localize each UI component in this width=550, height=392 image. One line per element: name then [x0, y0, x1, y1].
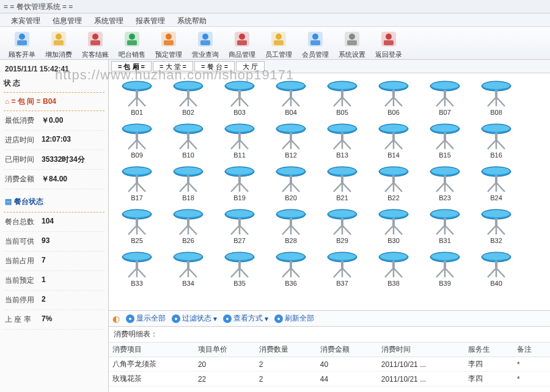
table-icon — [120, 250, 154, 278]
table-item[interactable]: B30 — [368, 205, 419, 248]
table-label: B36 — [265, 280, 317, 287]
table-item[interactable]: B15 — [419, 120, 471, 162]
svg-point-1 — [19, 34, 25, 40]
detail-cell: 22 — [194, 372, 255, 387]
toolbar-member[interactable]: 会员管理 — [297, 28, 334, 58]
table-item[interactable]: B39 — [419, 248, 471, 291]
svg-point-67 — [277, 125, 304, 132]
table-item[interactable]: B21 — [317, 162, 368, 205]
table-item[interactable]: B01 — [111, 77, 163, 120]
svg-point-103 — [483, 167, 510, 175]
table-item[interactable]: B09 — [111, 120, 163, 162]
expand-icon[interactable]: ◐ — [112, 314, 120, 324]
table-label: B40 — [471, 280, 522, 287]
svg-point-97 — [380, 167, 407, 175]
table-item[interactable]: B27 — [214, 205, 265, 248]
table-item[interactable]: B32 — [471, 205, 522, 248]
table-item[interactable]: B26 — [163, 205, 214, 248]
table-item[interactable]: B38 — [368, 248, 419, 291]
goods-icon — [232, 29, 252, 49]
menu-item[interactable]: 来宾管理 — [5, 15, 46, 27]
table-item[interactable]: B13 — [317, 120, 368, 162]
table-icon — [274, 165, 308, 193]
menu-item[interactable]: 系统管理 — [88, 15, 130, 27]
svg-point-52 — [431, 82, 458, 89]
table-item[interactable]: B03 — [214, 77, 265, 120]
table-label: B37 — [317, 280, 368, 287]
table-item[interactable]: B33 — [111, 248, 163, 291]
filter-filter[interactable]: ●过滤状态 ▾ — [172, 313, 217, 324]
menu-item[interactable]: 系统帮助 — [171, 15, 213, 27]
table-item[interactable]: B06 — [368, 77, 419, 120]
table-item[interactable]: B02 — [163, 77, 214, 120]
filter-refresh[interactable]: ●刷新全部 — [274, 313, 314, 324]
table-icon — [325, 208, 359, 236]
table-item[interactable]: B14 — [368, 120, 419, 162]
toolbar-settings[interactable]: 系统设置 — [334, 28, 370, 58]
menu-item[interactable]: 信息管理 — [46, 15, 88, 27]
table-icon — [428, 250, 462, 278]
svg-rect-47 — [341, 90, 343, 97]
filter-search[interactable]: ●查看方式 ▾ — [223, 313, 268, 324]
table-item[interactable]: B25 — [111, 205, 163, 248]
detail-row[interactable]: 八角亭龙须茶202402011/10/21 ...李四* — [109, 357, 550, 372]
table-icon — [376, 250, 411, 278]
table-item[interactable]: B05 — [317, 77, 368, 120]
toolbar-exit[interactable]: 返回登录 — [370, 28, 407, 58]
toolbar-bar-sale[interactable]: 吧台销售 — [114, 28, 150, 58]
table-item[interactable]: B17 — [111, 162, 163, 205]
svg-point-148 — [431, 253, 458, 260]
table-item[interactable]: B04 — [265, 77, 317, 120]
filter-globe[interactable]: ●显示全部 — [126, 313, 166, 324]
table-item[interactable]: B11 — [214, 120, 265, 162]
toolbar-checkout[interactable]: 宾客结账 — [77, 28, 114, 58]
area-tab[interactable]: = 大 堂 = — [153, 61, 193, 71]
toolbar-goods[interactable]: 商品管理 — [224, 28, 260, 58]
menu-item[interactable]: 报表管理 — [130, 15, 171, 27]
table-item[interactable]: B07 — [419, 77, 471, 120]
table-item[interactable]: B16 — [471, 120, 522, 162]
stat-key: 当前停用 — [5, 295, 42, 305]
table-item[interactable]: B24 — [471, 162, 522, 205]
table-item[interactable]: B10 — [163, 120, 214, 162]
toolbar-biz-query[interactable]: 营业查询 — [187, 28, 224, 58]
svg-point-151 — [483, 253, 510, 260]
toolbar-add-consume[interactable]: 增加消费 — [40, 28, 77, 58]
toolbar-staff[interactable]: 员工管理 — [260, 28, 297, 58]
table-item[interactable]: B19 — [214, 162, 265, 205]
stat-value: 7 — [42, 256, 46, 266]
stat-value: 104 — [42, 217, 54, 227]
table-item[interactable]: B28 — [265, 205, 317, 248]
svg-rect-134 — [187, 261, 189, 268]
area-tab[interactable]: = 包 厢 = — [111, 61, 152, 71]
detail-column-header[interactable]: 项目单价 — [194, 343, 255, 357]
table-item[interactable]: B22 — [368, 162, 419, 205]
svg-point-79 — [483, 125, 510, 132]
table-item[interactable]: B18 — [163, 162, 214, 205]
table-item[interactable]: B35 — [214, 248, 265, 291]
detail-column-header[interactable]: 消费项目 — [109, 343, 194, 357]
detail-column-header[interactable]: 消费时间 — [378, 343, 464, 357]
area-tab[interactable]: 大 厅 — [236, 61, 265, 71]
toolbar-guest-open[interactable]: 顾客开单 — [4, 28, 40, 58]
detail-row[interactable]: 玫瑰花茶222442011/10/21 ...李四* — [109, 372, 550, 387]
table-item[interactable]: B31 — [419, 205, 471, 248]
area-tab[interactable]: = 餐 台 = — [194, 61, 235, 71]
table-item[interactable]: B29 — [317, 205, 368, 248]
detail-column-header[interactable]: 服务生 — [464, 343, 513, 357]
detail-column-header[interactable]: 消费金额 — [317, 343, 378, 357]
table-item[interactable]: B23 — [419, 162, 471, 205]
dropdown-icon: ▾ — [213, 314, 217, 323]
detail-column-header[interactable]: 备注 — [513, 343, 550, 357]
table-item[interactable]: B36 — [265, 248, 317, 291]
table-item[interactable]: B08 — [471, 77, 522, 120]
table-item[interactable]: B20 — [265, 162, 317, 205]
table-item[interactable]: B37 — [317, 248, 368, 291]
table-item[interactable]: B12 — [265, 120, 317, 162]
detail-column-header[interactable]: 消费数量 — [255, 343, 317, 357]
svg-rect-89 — [238, 175, 241, 183]
toolbar-label: 员工管理 — [260, 50, 297, 59]
toolbar-reserve[interactable]: 预定管理 — [150, 28, 187, 58]
table-item[interactable]: B34 — [163, 248, 214, 291]
table-item[interactable]: B40 — [471, 248, 522, 291]
